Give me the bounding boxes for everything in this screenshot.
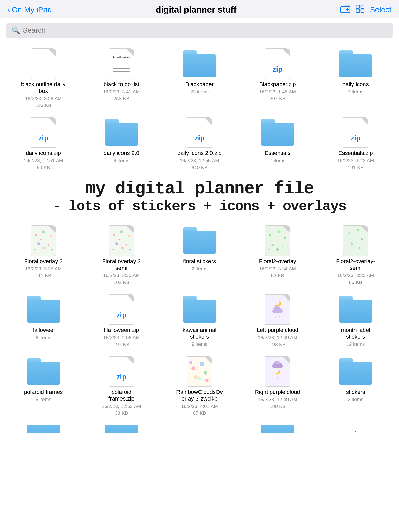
- back-button[interactable]: ‹ On My iPad: [8, 5, 52, 14]
- file-meta: 7 items: [270, 157, 285, 164]
- file-name: Essentials: [265, 150, 290, 157]
- list-item[interactable]: polaroid frames 6 items: [5, 353, 82, 419]
- page-title: digital planner stuff: [52, 5, 340, 15]
- file-meta: 7 items: [348, 88, 363, 95]
- file-name: Floral2-overlay: [259, 258, 296, 265]
- list-item[interactable]: 🌙 ★ Right purple cloud 16/2/23, 12:49 AM…: [239, 353, 316, 419]
- file-meta: 2 items: [192, 265, 207, 272]
- overlay-line2: - lots of stickers + icons + overlays: [5, 198, 394, 215]
- list-item[interactable]: Essentials 7 items: [239, 114, 316, 174]
- file-name: Floral2-overlay-semi: [336, 258, 375, 272]
- file-meta: 9 items: [114, 157, 129, 164]
- file-name: black to do list: [104, 81, 139, 88]
- file-meta: 16/2/23, 1:45 AM207 KB: [259, 88, 296, 102]
- file-meta: 16/2/23, 12:55 AM640 KB: [180, 157, 219, 171]
- search-bar: 🔍: [6, 23, 393, 38]
- file-meta: 16/2/23, 3:26 AM133 KB: [25, 95, 62, 109]
- file-name: Floral overlay 2: [24, 258, 62, 265]
- file-grid: black outline dailybox 16/2/23, 3:26 AM1…: [0, 43, 399, 442]
- file-meta: 16/2/23, 3:41 AM253 KB: [103, 88, 140, 102]
- file-meta: 6 items: [36, 334, 51, 341]
- svg-rect-6: [361, 9, 364, 13]
- file-name: Blackpaper.zip: [259, 81, 296, 88]
- header-actions: Select: [340, 5, 391, 15]
- search-input[interactable]: [23, 26, 388, 35]
- list-item: [161, 422, 238, 437]
- file-meta: 16/2/23, 12:49 AM193 KB: [258, 334, 297, 348]
- file-name: Right purple cloud: [255, 389, 300, 395]
- grid-view-icon[interactable]: [356, 5, 364, 14]
- select-button[interactable]: Select: [370, 5, 391, 14]
- file-name: RainbowCloudsOverlay-3-zwcikp: [176, 389, 223, 402]
- file-meta: 16/2/23, 3:34 AM92 KB: [259, 265, 296, 279]
- file-name: Halloween: [30, 327, 57, 334]
- file-name: daily icons: [342, 81, 369, 88]
- file-meta: 16/2/23, 2:06 AM191 KB: [103, 334, 140, 348]
- list-item[interactable]: floral stickers 2 items: [161, 222, 238, 289]
- file-name: polaroid frames: [24, 389, 63, 395]
- svg-rect-5: [356, 9, 359, 13]
- file-name: Floral overlay 2semi: [102, 258, 141, 272]
- list-item[interactable]: 🌙 ★ ★ Left purple cloud 16/2/23, 12:49 A…: [239, 291, 316, 351]
- file-name: stickers: [346, 389, 365, 395]
- file-name: floral stickers: [183, 258, 216, 265]
- file-name: Essentials.zip: [338, 150, 373, 157]
- list-item[interactable]: kawaii animalstickers 9 items: [161, 291, 238, 351]
- list-item[interactable]: zip polaroidframes.zip 16/2/23, 12:53 AM…: [83, 353, 160, 419]
- file-name: month labelstickers: [341, 327, 370, 340]
- file-meta: 16/2/23, 12:51 AM90 KB: [24, 157, 63, 171]
- file-meta: 12 items: [346, 341, 365, 348]
- file-meta: 16/2/23, 3:35 AM102 KB: [103, 272, 140, 286]
- svg-rect-3: [356, 5, 359, 8]
- list-item[interactable]: RainbowCloudsOverlay-3-zwcikp 16/2/23, 4…: [161, 353, 238, 419]
- list-item[interactable]: [5, 422, 82, 437]
- file-meta: 16/2/23, 1:23 AM191 KB: [337, 157, 374, 171]
- header: ‹ On My iPad digital planner stuff Selec…: [0, 0, 399, 18]
- list-item[interactable]: month labelstickers 12 items: [317, 291, 394, 351]
- list-item[interactable]: [239, 422, 316, 437]
- list-item[interactable]: [83, 422, 160, 437]
- file-meta: 2 items: [348, 396, 363, 403]
- file-meta: 9 items: [192, 341, 207, 348]
- list-item[interactable]: Floral2-overlay-semi 16/2/23, 3:35 AM85 …: [317, 222, 394, 289]
- list-item[interactable]: daily icons 7 items: [317, 45, 394, 112]
- list-item[interactable]: Floral2-overlay 16/2/23, 3:34 AM92 KB: [239, 222, 316, 289]
- list-item[interactable]: zip Halloween.zip 16/2/23, 2:06 AM191 KB: [83, 291, 160, 351]
- add-folder-icon[interactable]: [340, 5, 350, 15]
- file-name: Left purple cloud: [257, 327, 298, 334]
- list-item[interactable]: zip: [317, 422, 394, 437]
- back-label[interactable]: On My iPad: [12, 5, 52, 14]
- list-item[interactable]: to do this week black to do list 16/2/23…: [83, 45, 160, 112]
- file-name: daily icons.zip: [26, 150, 61, 157]
- file-name: polaroidframes.zip: [108, 389, 134, 402]
- file-name: black outline dailybox: [21, 81, 66, 95]
- file-meta: 16/2/23, 4:01 AM67 KB: [181, 403, 218, 417]
- list-item[interactable]: zip Essentials.zip 16/2/23, 1:23 AM191 K…: [317, 114, 394, 174]
- chevron-left-icon: ‹: [8, 5, 10, 14]
- file-name: Blackpaper: [185, 81, 214, 88]
- list-item[interactable]: zip Blackpaper.zip 16/2/23, 1:45 AM207 K…: [239, 45, 316, 112]
- list-item[interactable]: zip daily icons 2.0.zip 16/2/23, 12:55 A…: [161, 114, 238, 174]
- file-name: daily icons 2.0: [104, 150, 139, 157]
- file-meta: 16/2/23, 12:49 AM180 KB: [258, 396, 297, 410]
- list-item[interactable]: black outline dailybox 16/2/23, 3:26 AM1…: [5, 45, 82, 112]
- list-item[interactable]: zip daily icons.zip 16/2/23, 12:51 AM90 …: [5, 114, 82, 174]
- file-meta: 6 items: [36, 396, 51, 403]
- file-name: kawaii animalstickers: [183, 327, 216, 340]
- svg-rect-4: [361, 5, 364, 8]
- list-item[interactable]: stickers 2 items: [317, 353, 394, 419]
- file-meta: 16/2/23, 3:35 AM111 KB: [25, 265, 62, 279]
- list-item[interactable]: Floral overlay 2 16/2/23, 3:35 AM111 KB: [5, 222, 82, 289]
- file-name: Halloween.zip: [104, 327, 139, 334]
- list-item[interactable]: daily icons 2.0 9 items: [83, 114, 160, 174]
- file-name: daily icons 2.0.zip: [177, 150, 222, 157]
- file-meta: 23 items: [190, 88, 209, 95]
- file-meta: 16/2/23, 12:53 AM33 KB: [102, 403, 141, 417]
- overlay-text-block: my digital planner file - lots of sticke…: [5, 176, 394, 220]
- search-icon: 🔍: [11, 26, 20, 35]
- list-item[interactable]: Blackpaper 23 items: [161, 45, 238, 112]
- list-item[interactable]: Floral overlay 2semi 16/2/23, 3:35 AM102…: [83, 222, 160, 289]
- overlay-line1: my digital planner file: [5, 179, 394, 198]
- file-meta: 16/2/23, 3:35 AM85 KB: [337, 272, 374, 286]
- list-item[interactable]: Halloween 6 items: [5, 291, 82, 351]
